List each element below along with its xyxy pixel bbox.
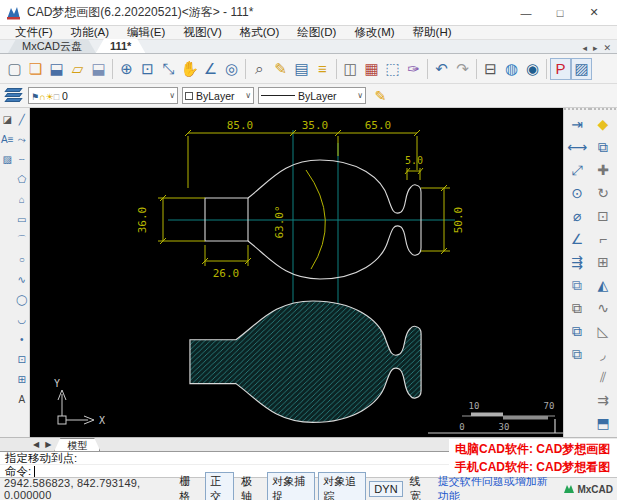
arc-button[interactable]: ⌒ bbox=[15, 230, 29, 250]
new-file-button[interactable]: ▢ bbox=[4, 58, 25, 80]
toggle-osnap[interactable]: 对象捕捉 bbox=[267, 472, 315, 500]
menu-item-edit[interactable]: 编辑(E) bbox=[118, 25, 174, 40]
toggle-polar[interactable]: 极轴 bbox=[237, 473, 264, 500]
dim-quick-button[interactable]: ⇥ bbox=[566, 113, 588, 135]
revision-cloud-button[interactable]: ∿ bbox=[15, 270, 29, 290]
multiline-text-button[interactable]: A≡ bbox=[0, 130, 14, 150]
layout-prev-icon[interactable]: ◀ bbox=[30, 440, 42, 449]
tab-model[interactable]: 模型 bbox=[54, 438, 100, 451]
image-frame-button[interactable]: ◫ bbox=[340, 58, 361, 80]
arc-polyline-button[interactable]: ⌂ bbox=[15, 190, 29, 210]
box-3d-button[interactable]: ⬒ bbox=[592, 412, 614, 434]
menu-item-draw[interactable]: 绘图(D) bbox=[288, 25, 345, 40]
construction-line-button[interactable]: ┄ bbox=[15, 150, 29, 170]
menu-item-format[interactable]: 格式(O) bbox=[231, 25, 289, 40]
tab-mxcad-cloud[interactable]: MxCAD云盘 bbox=[8, 39, 96, 53]
offset-copy-button[interactable]: ⧉ bbox=[566, 320, 588, 342]
ucs-axes-button[interactable]: ∠ bbox=[200, 58, 221, 80]
join-button[interactable]: ⇉ bbox=[592, 389, 614, 411]
dim-aligned-button[interactable]: ⤢ bbox=[566, 159, 588, 181]
toggle-otrack[interactable]: 对象追踪 bbox=[318, 472, 366, 500]
copy-button[interactable]: ⧉ bbox=[592, 136, 614, 158]
line-button[interactable]: ╱ bbox=[15, 110, 29, 130]
ellipse-button[interactable]: ◯ bbox=[15, 290, 29, 310]
print-button[interactable]: ⊟ bbox=[480, 58, 501, 80]
break-button[interactable]: ⫽ bbox=[592, 366, 614, 388]
layers-stack-icon[interactable] bbox=[4, 87, 24, 105]
vase-hatched[interactable] bbox=[190, 301, 421, 422]
zoom-all-button[interactable]: ◎ bbox=[221, 58, 242, 80]
layout-next-icon[interactable]: ▶ bbox=[42, 440, 54, 449]
web-publish-button[interactable]: ◍ bbox=[501, 58, 522, 80]
array-copy-button[interactable]: ⧉ bbox=[566, 297, 588, 319]
tab-scroll-left-icon[interactable]: ◂ bbox=[582, 43, 587, 53]
tab-document-111[interactable]: 111* bbox=[96, 39, 145, 53]
stretch-button[interactable]: ⌐ bbox=[592, 228, 614, 250]
maximize-button[interactable]: □ bbox=[543, 1, 577, 25]
match-properties-button[interactable]: ✑ bbox=[403, 58, 424, 80]
cloud-open-button[interactable]: ❏ bbox=[25, 58, 46, 80]
layer-select[interactable]: ⚑∩☀□ 0 ∨ bbox=[28, 87, 178, 104]
point-button[interactable]: • bbox=[15, 330, 29, 350]
toggle-grid[interactable]: 栅格 bbox=[175, 473, 202, 500]
rectangle-button[interactable]: ▭ bbox=[15, 210, 29, 230]
copy-object-button[interactable]: ⧉ bbox=[566, 274, 588, 296]
mirror-button[interactable]: ◭ bbox=[592, 274, 614, 296]
draw-style-pencil-button[interactable]: ✎ bbox=[370, 85, 391, 107]
image-attach-button[interactable]: ◪ bbox=[0, 110, 14, 130]
viewport-grid-button[interactable]: ⊞ bbox=[592, 251, 614, 273]
ellipse-arc-button[interactable]: ◡ bbox=[15, 310, 29, 330]
circle-button[interactable]: ○ bbox=[15, 250, 29, 270]
rotate-button[interactable]: ↻ bbox=[592, 182, 614, 204]
text-button[interactable]: A bbox=[15, 390, 29, 410]
color-palette-button[interactable]: ▤ bbox=[291, 58, 312, 80]
dim-linear-button[interactable]: ⟷ bbox=[566, 136, 588, 158]
hatch-button[interactable]: ▨ bbox=[0, 150, 14, 170]
pencil-edit-button[interactable]: ✎ bbox=[270, 58, 291, 80]
zoom-extents-button[interactable]: ⤡ bbox=[158, 58, 179, 80]
minimize-button[interactable]: — bbox=[509, 1, 543, 25]
menu-item-help[interactable]: 帮助(H) bbox=[404, 25, 461, 40]
chamfer-button[interactable]: ◺ bbox=[592, 320, 614, 342]
menu-item-function[interactable]: 功能(A) bbox=[62, 25, 118, 40]
block-insert-button[interactable]: ⊞ bbox=[15, 370, 29, 390]
open-folder-button[interactable]: ▱ bbox=[67, 58, 88, 80]
toggle-ortho[interactable]: 正交 bbox=[205, 472, 234, 500]
dim-radius-button[interactable]: ⊙ bbox=[566, 182, 588, 204]
polygon-button[interactable]: ⬠ bbox=[15, 170, 29, 190]
pdf-export-button[interactable]: P bbox=[550, 58, 571, 80]
image-export-button[interactable]: ▨ bbox=[571, 58, 592, 80]
zoom-in-button[interactable]: ⊕ bbox=[116, 58, 137, 80]
tab-scroll-right-icon[interactable]: ▸ bbox=[593, 43, 598, 53]
redo-button[interactable]: ↷ bbox=[452, 58, 473, 80]
dim-continue-button[interactable]: ⇶ bbox=[566, 251, 588, 273]
pan-button[interactable]: ✋ bbox=[179, 58, 200, 80]
spline-edit-button[interactable]: ∿ bbox=[592, 297, 614, 319]
menu-item-file[interactable]: 文件(F) bbox=[6, 25, 62, 40]
fillet-button[interactable]: ◞ bbox=[592, 343, 614, 365]
close-button[interactable]: ✕ bbox=[577, 1, 611, 25]
move-button[interactable]: ✚ bbox=[592, 159, 614, 181]
zoom-window-button[interactable]: ⊡ bbox=[137, 58, 158, 80]
table-edit-button[interactable]: ▦ bbox=[361, 58, 382, 80]
scale-button[interactable]: ⊡ bbox=[592, 205, 614, 227]
drawing-canvas[interactable]: 85.0 35.0 65.0 5.0 36.0 26.0 63.0° 50.0 … bbox=[30, 108, 563, 437]
text-lines-button[interactable]: ≡ bbox=[312, 58, 333, 80]
toggle-lineweight[interactable]: 线宽 bbox=[406, 473, 433, 500]
linetype-select[interactable]: ByLayer ∨ bbox=[258, 87, 366, 104]
dim-diameter-button[interactable]: ⌀ bbox=[566, 205, 588, 227]
polyline-button[interactable]: ⤳ bbox=[15, 130, 29, 150]
block-create-button[interactable]: ⊡ bbox=[15, 350, 29, 370]
toggle-dyn[interactable]: DYN bbox=[369, 481, 402, 497]
find-button[interactable]: ⌕ bbox=[249, 58, 270, 80]
save-button[interactable]: ⬓ bbox=[46, 58, 67, 80]
feedback-link[interactable]: 提交软件问题或增加新功能 bbox=[438, 474, 559, 500]
undo-button[interactable]: ↶ bbox=[431, 58, 452, 80]
menu-item-modify[interactable]: 修改(M) bbox=[345, 25, 403, 40]
select-box-button[interactable]: ⬚ bbox=[382, 58, 403, 80]
menu-item-view[interactable]: 视图(V) bbox=[174, 25, 230, 40]
tab-close-icon[interactable]: ✕ bbox=[603, 43, 611, 53]
color-select[interactable]: ByLayer ∨ bbox=[182, 87, 254, 104]
erase-button[interactable]: ◆ bbox=[592, 113, 614, 135]
mirror-copy-button[interactable]: ⧉ bbox=[566, 343, 588, 365]
